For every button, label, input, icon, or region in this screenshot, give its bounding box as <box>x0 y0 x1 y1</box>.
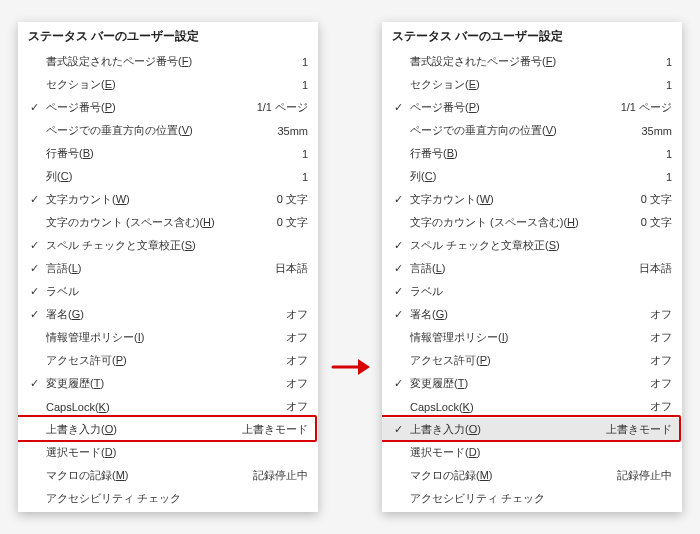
menu-item-label: 署名(G) <box>46 307 84 322</box>
panel-title: ステータス バーのユーザー設定 <box>18 22 318 50</box>
menu-item[interactable]: 情報管理ポリシー(I)オフ <box>18 326 318 349</box>
menu-item[interactable]: 列(C)1 <box>18 165 318 188</box>
menu-item-label: アクセス許可(P) <box>410 353 491 368</box>
menu-item-value: 記録停止中 <box>609 468 672 483</box>
menu-item[interactable]: ✓スペル チェックと文章校正(S) <box>18 234 318 257</box>
menu-item[interactable]: 情報管理ポリシー(I)オフ <box>382 326 682 349</box>
menu-item[interactable]: ✓スペル チェックと文章校正(S) <box>382 234 682 257</box>
menu-item-label: 列(C) <box>46 169 72 184</box>
menu-item[interactable]: ページでの垂直方向の位置(V)35mm <box>18 119 318 142</box>
menu-item[interactable]: ✓上書き入力(O)上書きモード <box>382 418 682 441</box>
check-icon: ✓ <box>386 262 410 275</box>
check-icon: ✓ <box>386 308 410 321</box>
menu-item[interactable]: セクション(E)1 <box>18 73 318 96</box>
menu-item-label: 文字のカウント (スペース含む)(H) <box>46 215 215 230</box>
menu-item-label: 情報管理ポリシー(I) <box>46 330 144 345</box>
menu-item[interactable]: ✓署名(G)オフ <box>18 303 318 326</box>
menu-item[interactable]: 列(C)1 <box>382 165 682 188</box>
menu-item-label: ページ番号(P) <box>410 100 480 115</box>
menu-item[interactable]: アクセシビリティ チェック <box>18 487 318 510</box>
check-icon: ✓ <box>386 423 410 436</box>
menu-item-label: 選択モード(D) <box>46 445 116 460</box>
menu-item-value: 記録停止中 <box>245 468 308 483</box>
arrow-icon <box>330 347 370 387</box>
menu-item[interactable]: 行番号(B)1 <box>18 142 318 165</box>
check-icon: ✓ <box>22 101 46 114</box>
menu-item[interactable]: ✓ラベル <box>18 280 318 303</box>
menu-item-value: 1 <box>294 171 308 183</box>
menu-item-value: 上書きモード <box>598 422 672 437</box>
menu-item[interactable]: ✓言語(L)日本語 <box>382 257 682 280</box>
menu-item-label: ページでの垂直方向の位置(V) <box>410 123 557 138</box>
menu-item-value: 0 文字 <box>633 192 672 207</box>
menu-item-label: 選択モード(D) <box>410 445 480 460</box>
menu-item-label: マクロの記録(M) <box>46 468 129 483</box>
menu-item[interactable]: アクセシビリティ チェック <box>382 487 682 510</box>
menu-item-label: スペル チェックと文章校正(S) <box>410 238 560 253</box>
menu-item[interactable]: 選択モード(D) <box>18 441 318 464</box>
menu-item-label: マクロの記録(M) <box>410 468 493 483</box>
menu-item[interactable]: 行番号(B)1 <box>382 142 682 165</box>
menu-item-value: オフ <box>278 376 308 391</box>
menu-item-label: 上書き入力(O) <box>46 422 117 437</box>
menu-item[interactable]: CapsLock(K)オフ <box>18 395 318 418</box>
menu-item[interactable]: ページでの垂直方向の位置(V)35mm <box>382 119 682 142</box>
menu-item[interactable]: 書式設定されたページ番号(F)1 <box>382 50 682 73</box>
menu-item[interactable]: ✓文字カウント(W)0 文字 <box>382 188 682 211</box>
menu-item[interactable]: 文字のカウント (スペース含む)(H)0 文字 <box>18 211 318 234</box>
check-icon: ✓ <box>386 101 410 114</box>
menu-item-label: アクセシビリティ チェック <box>410 491 545 506</box>
menu-item[interactable]: ✓ページ番号(P)1/1 ページ <box>18 96 318 119</box>
panel-title: ステータス バーのユーザー設定 <box>382 22 682 50</box>
menu-item-value: オフ <box>642 376 672 391</box>
menu-list: 書式設定されたページ番号(F)1セクション(E)1✓ページ番号(P)1/1 ペー… <box>382 50 682 510</box>
check-icon: ✓ <box>22 262 46 275</box>
menu-item-label: 変更履歴(T) <box>46 376 104 391</box>
menu-item-value: 1 <box>658 148 672 160</box>
menu-item-value: オフ <box>642 399 672 414</box>
check-icon: ✓ <box>22 308 46 321</box>
menu-item[interactable]: ✓変更履歴(T)オフ <box>18 372 318 395</box>
menu-item-value: 35mm <box>269 125 308 137</box>
menu-item[interactable]: 文字のカウント (スペース含む)(H)0 文字 <box>382 211 682 234</box>
menu-item[interactable]: ✓文字カウント(W)0 文字 <box>18 188 318 211</box>
menu-item-label: ラベル <box>46 284 79 299</box>
menu-item[interactable]: アクセス許可(P)オフ <box>382 349 682 372</box>
menu-item-value: 1 <box>658 171 672 183</box>
menu-item[interactable]: アクセス許可(P)オフ <box>18 349 318 372</box>
menu-item[interactable]: ✓ラベル <box>382 280 682 303</box>
menu-item-value: 上書きモード <box>234 422 308 437</box>
menu-item-label: 文字カウント(W) <box>410 192 494 207</box>
check-icon: ✓ <box>386 193 410 206</box>
menu-item-label: 文字のカウント (スペース含む)(H) <box>410 215 579 230</box>
menu-item[interactable]: 書式設定されたページ番号(F)1 <box>18 50 318 73</box>
check-icon: ✓ <box>22 377 46 390</box>
check-icon: ✓ <box>22 193 46 206</box>
menu-item-label: ページでの垂直方向の位置(V) <box>46 123 193 138</box>
menu-item-label: 言語(L) <box>46 261 81 276</box>
menu-item-value: 1/1 ページ <box>249 100 308 115</box>
menu-item-label: 列(C) <box>410 169 436 184</box>
menu-item[interactable]: セクション(E)1 <box>382 73 682 96</box>
menu-item-value: 35mm <box>633 125 672 137</box>
menu-item-value: オフ <box>278 353 308 368</box>
menu-item-label: 言語(L) <box>410 261 445 276</box>
menu-item[interactable]: CapsLock(K)オフ <box>382 395 682 418</box>
menu-item-value: 1 <box>294 148 308 160</box>
menu-item-value: 0 文字 <box>633 215 672 230</box>
menu-item[interactable]: マクロの記録(M)記録停止中 <box>18 464 318 487</box>
menu-item[interactable]: ✓ページ番号(P)1/1 ページ <box>382 96 682 119</box>
menu-item[interactable]: 選択モード(D) <box>382 441 682 464</box>
menu-item-label: セクション(E) <box>46 77 116 92</box>
menu-item-label: 変更履歴(T) <box>410 376 468 391</box>
menu-item-value: 0 文字 <box>269 192 308 207</box>
menu-item[interactable]: ✓言語(L)日本語 <box>18 257 318 280</box>
menu-item[interactable]: 上書き入力(O)上書きモード <box>18 418 318 441</box>
menu-item[interactable]: ✓変更履歴(T)オフ <box>382 372 682 395</box>
check-icon: ✓ <box>22 285 46 298</box>
menu-item[interactable]: ✓署名(G)オフ <box>382 303 682 326</box>
menu-item-label: アクセス許可(P) <box>46 353 127 368</box>
menu-item-label: 行番号(B) <box>46 146 94 161</box>
menu-item[interactable]: マクロの記録(M)記録停止中 <box>382 464 682 487</box>
menu-item-value: オフ <box>642 353 672 368</box>
